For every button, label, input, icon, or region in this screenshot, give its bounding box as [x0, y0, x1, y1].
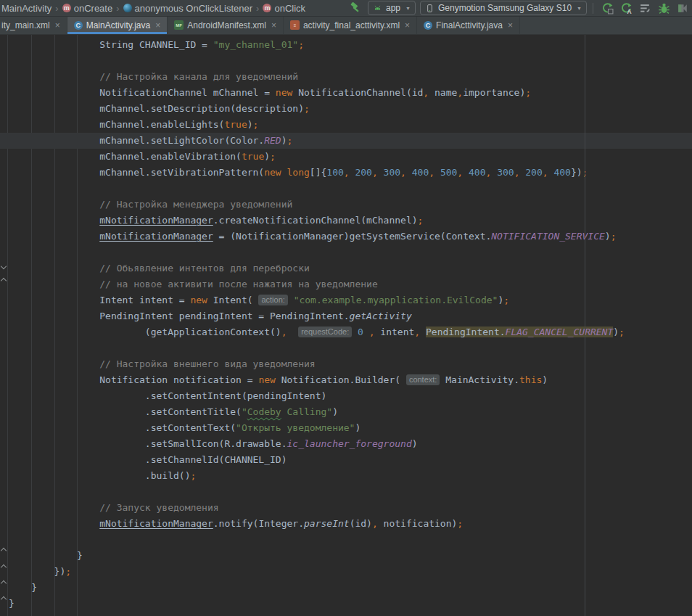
code-line-caret[interactable]: mChannel.setLightColor(Color.RED); [0, 133, 692, 149]
code-token[interactable]: ) [355, 422, 361, 433]
code-token[interactable]: " [242, 406, 247, 417]
code-line[interactable]: mChannel.setVibrationPattern(new long[]{… [0, 165, 692, 181]
close-icon[interactable]: × [155, 20, 160, 30]
code-token[interactable]: name [429, 87, 457, 98]
code-area[interactable]: String CHANNEL_ID = "my_channel_01"; // … [0, 37, 692, 612]
code-line[interactable]: } [0, 580, 692, 596]
code-token[interactable]: mChannel.enableVibration( [9, 151, 242, 162]
close-icon[interactable]: × [405, 20, 410, 30]
code-token[interactable]: new [258, 374, 275, 385]
list-arrow-icon[interactable] [637, 1, 653, 15]
apply-changes-restart-icon[interactable] [599, 1, 615, 15]
code-token[interactable]: mChannel.setLightColor(Color. [9, 135, 264, 146]
code-token[interactable] [9, 231, 99, 242]
code-line[interactable]: // Настройка внешнего вида уведомления [0, 356, 692, 372]
code-token[interactable] [352, 327, 358, 337]
code-token[interactable] [420, 327, 426, 337]
code-token[interactable]: , [372, 167, 378, 178]
code-token[interactable]: Notification.Builder( [276, 374, 406, 385]
code-token[interactable]: ) [264, 151, 270, 162]
code-token[interactable]: = (NotificationManager)getSystemService(… [213, 231, 492, 242]
code-token[interactable]: 400 [412, 167, 429, 178]
code-token[interactable]: parseInt [304, 518, 350, 529]
code-token[interactable]: .setContentTitle( [9, 406, 242, 417]
code-token[interactable]: ) [332, 406, 338, 417]
code-token[interactable]: this [519, 374, 542, 385]
code-token[interactable]: .setContentText( [9, 422, 236, 433]
code-line[interactable]: .setChannelId(CHANNEL_ID) [0, 452, 692, 468]
code-token[interactable]: MainActivity. [440, 374, 519, 385]
code-token[interactable] [378, 167, 384, 178]
code-token[interactable]: importance) [463, 87, 525, 98]
code-line[interactable]: // Настройка канала для уведомлений [0, 69, 692, 85]
code-token[interactable]: Codeby [247, 406, 281, 417]
code-token[interactable]: , [372, 518, 378, 529]
code-token[interactable]: , [429, 167, 434, 178]
code-token[interactable]: RED [264, 135, 281, 146]
code-token[interactable]: , [344, 167, 350, 178]
code-token[interactable]: Intent( [207, 295, 258, 305]
close-icon[interactable]: × [271, 20, 276, 30]
code-token[interactable]: , [400, 167, 406, 178]
breadcrumb-item-anonymous-onclicklistener[interactable]: anonymous OnClickListener [122, 3, 255, 14]
code-token[interactable]: 300 [497, 167, 514, 178]
breadcrumb-item-oncreate[interactable]: monCreate [61, 3, 114, 14]
code-line[interactable]: // Обьявление интентов для переброски [0, 260, 692, 276]
code-line[interactable]: mNotificationManager.notify(Integer.pars… [0, 516, 692, 532]
code-token[interactable]: notification) [378, 518, 458, 529]
code-line[interactable]: // Запуск уведомления [0, 500, 692, 516]
code-token[interactable]: .setSmallIcon(R.drawable. [9, 438, 287, 449]
code-line[interactable]: PendingIntent pendingIntent = PendingInt… [0, 308, 692, 324]
close-icon[interactable]: × [55, 20, 60, 30]
tab-ity-main-xml[interactable]: ity_main.xml× [0, 16, 67, 34]
code-token[interactable]: ; [253, 119, 259, 130]
code-token[interactable]: ) [542, 374, 548, 385]
code-token[interactable]: .notify(Integer. [213, 518, 304, 529]
code-token[interactable]: mNotificationManager [99, 231, 213, 242]
code-token[interactable]: true [224, 119, 247, 130]
code-token[interactable]: PendingIntent. [426, 327, 506, 337]
code-token[interactable]: ) [613, 327, 619, 337]
code-line[interactable] [0, 340, 692, 356]
code-token[interactable]: // Настройка внешнего вида уведомления [9, 358, 316, 369]
code-line[interactable]: // Настройка менеджера уведомлений [0, 197, 692, 213]
close-icon[interactable]: × [508, 20, 513, 30]
code-token[interactable]: , [457, 167, 463, 178]
code-token[interactable]: ; [65, 566, 71, 577]
code-token[interactable]: String CHANNEL_ID = [9, 39, 213, 50]
code-token[interactable]: ; [457, 518, 463, 529]
tab-activity-final-acttivity-xml[interactable]: ≡activity_final_acttivity.xml× [284, 16, 417, 34]
code-token[interactable]: ) [247, 119, 253, 130]
device-select[interactable]: Genymotion Samsung Galaxy S10 ▼ [420, 1, 587, 15]
code-token[interactable]: 200 [355, 167, 371, 178]
code-token[interactable]: "com.example.myapplication.EvilCode" [294, 295, 498, 305]
code-token[interactable]: ) [281, 135, 287, 146]
code-token[interactable]: ic_launcher_foreground [287, 438, 412, 449]
code-token[interactable]: new long [264, 167, 310, 178]
code-token[interactable]: NotificationChannel mChannel = [9, 87, 276, 98]
code-token[interactable] [287, 327, 299, 337]
code-token[interactable]: 200 [525, 167, 542, 178]
code-token[interactable] [9, 518, 99, 529]
code-line[interactable]: mChannel.enableLights(true); [0, 117, 692, 133]
code-line[interactable] [0, 181, 692, 197]
code-token[interactable] [363, 327, 369, 337]
code-token[interactable]: , [423, 87, 429, 98]
code-token[interactable]: new [276, 87, 292, 98]
code-token[interactable]: intent [375, 327, 415, 337]
code-line[interactable]: .setContentIntent(pendingIntent) [0, 388, 692, 404]
code-token[interactable] [491, 167, 497, 178]
code-token[interactable]: new [190, 295, 207, 305]
code-token[interactable]: 500 [440, 167, 457, 178]
code-token[interactable]: }) [571, 167, 582, 178]
code-token[interactable]: "my_channel_01" [213, 39, 298, 50]
code-token[interactable]: "Открыть уведомление" [236, 422, 355, 433]
code-token[interactable]: []{ [310, 167, 326, 178]
code-token[interactable]: ; [298, 39, 304, 50]
fold-marker-icon[interactable] [1, 564, 6, 569]
code-token[interactable]: } [9, 550, 83, 561]
code-token[interactable]: , [414, 327, 420, 337]
code-token[interactable]: .setContentIntent(pendingIntent) [9, 390, 326, 401]
code-token[interactable]: mNotificationManager [99, 518, 213, 529]
code-line[interactable]: String CHANNEL_ID = "my_channel_01"; [0, 37, 692, 53]
